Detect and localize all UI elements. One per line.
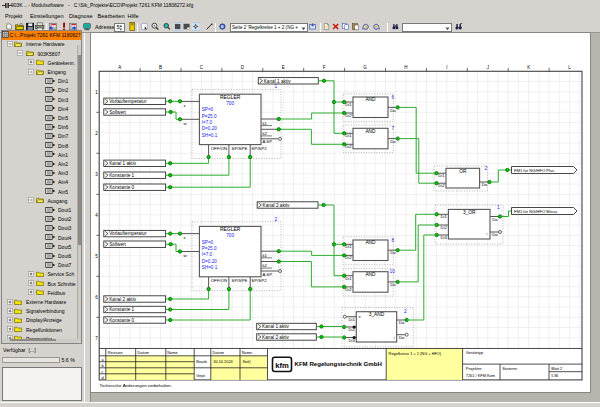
- svg-text:SP/SPE: SP/SPE: [231, 278, 247, 283]
- svg-text:REGLER: REGLER: [220, 94, 241, 100]
- svg-text:Kanal 2 aktiv: Kanal 2 aktiv: [262, 335, 289, 340]
- svg-text:K: K: [527, 65, 530, 70]
- svg-text:Kanal 2 aktiv: Kanal 2 aktiv: [263, 203, 290, 208]
- svg-text:Name: Name: [242, 350, 252, 355]
- svg-text:30.10.2024: 30.10.2024: [213, 359, 233, 364]
- svg-text:Do: Do: [399, 320, 405, 325]
- svg-text:I: I: [446, 65, 447, 70]
- svg-text:Soé|: Soé|: [243, 359, 251, 364]
- svg-text:Bearb.: Bearb.: [196, 359, 207, 364]
- svg-text:Di2: Di2: [441, 225, 448, 230]
- svg-text:Gepr.: Gepr.: [196, 373, 206, 378]
- svg-text:SP=0: SP=0: [202, 107, 214, 112]
- svg-text:SP/SP2: SP/SP2: [251, 278, 267, 283]
- svg-text:2: 2: [404, 309, 407, 314]
- svg-text:Konstante 0: Konstante 0: [109, 318, 134, 323]
- svg-text:E: E: [282, 65, 285, 70]
- svg-text:Blatt 2: Blatt 2: [551, 366, 562, 371]
- svg-text:Di1: Di1: [345, 133, 352, 138]
- svg-text:5 Bl.: 5 Bl.: [551, 373, 559, 378]
- svg-text:REGLER: REGLER: [220, 226, 241, 232]
- svg-text:700: 700: [226, 233, 234, 238]
- svg-text:Di1: Di1: [345, 276, 352, 281]
- svg-text:1: 1: [275, 84, 278, 89]
- svg-text:Technische Änderungen vorbehal: Technische Änderungen vorbehalten.: [100, 383, 173, 388]
- svg-text:Di2: Di2: [438, 183, 445, 188]
- svg-text:Vorlauftemperatur: Vorlauftemperatur: [109, 231, 147, 236]
- svg-text:I=7.0: I=7.0: [202, 252, 213, 257]
- svg-text:Do: Do: [482, 182, 488, 187]
- svg-text:3_AND: 3_AND: [369, 312, 385, 317]
- svg-text:Gerätetyp:: Gerätetyp:: [466, 350, 484, 355]
- svg-text:FM1 für NG/HFO Minus: FM1 für NG/HFO Minus: [514, 209, 557, 214]
- svg-text:AND: AND: [365, 129, 376, 134]
- svg-text:Di2: Di2: [345, 287, 352, 292]
- svg-text:A: A: [118, 65, 121, 70]
- svg-text:b: b: [101, 363, 103, 368]
- svg-text:2: 2: [485, 166, 488, 171]
- svg-text:Do: Do: [390, 250, 396, 255]
- svg-text:c: c: [102, 369, 104, 374]
- svg-text:Di1: Di1: [438, 173, 445, 178]
- svg-text:Kanal 1 aktiv: Kanal 1 aktiv: [264, 79, 291, 84]
- svg-text:D=0.20: D=0.20: [202, 126, 217, 131]
- svg-text:Sollwert: Sollwert: [109, 110, 126, 115]
- svg-text:!: !: [486, 232, 487, 237]
- svg-text:Kanal 1 aktiv: Kanal 1 aktiv: [109, 161, 136, 166]
- svg-text:F: F: [323, 65, 326, 70]
- svg-text:Do: Do: [492, 217, 498, 222]
- svg-text:Revision: Revision: [108, 350, 123, 355]
- svg-text:7261 / KFM Kom: 7261 / KFM Kom: [466, 373, 495, 378]
- svg-text:Sollwert: Sollwert: [109, 242, 126, 247]
- svg-text:SH=0.1: SH=0.1: [202, 265, 218, 270]
- svg-text:Vorlauftemperatur: Vorlauftemperatur: [109, 99, 147, 104]
- svg-text:A.SP: A.SP: [262, 139, 272, 144]
- svg-text:Do: Do: [399, 335, 405, 340]
- svg-text:AND: AND: [365, 240, 376, 245]
- svg-text:AND: AND: [365, 272, 376, 277]
- svg-text:Do: Do: [390, 139, 396, 144]
- svg-text:Projektnr:: Projektnr:: [466, 366, 483, 371]
- svg-text:P=25.0: P=25.0: [202, 246, 217, 251]
- svg-text:Do: Do: [492, 232, 498, 237]
- svg-text:10: 10: [390, 269, 396, 274]
- svg-text:I=7.0: I=7.0: [202, 120, 213, 125]
- svg-text:Di2: Di2: [345, 144, 352, 149]
- svg-text:KFM Regelungstechnik GmbH: KFM Regelungstechnik GmbH: [295, 360, 382, 367]
- svg-text:Di1: Di1: [345, 244, 352, 249]
- svg-text:OFF/ON: OFF/ON: [211, 146, 228, 151]
- svg-text:OR: OR: [459, 169, 467, 174]
- svg-text:k1: k1: [262, 121, 267, 126]
- svg-text:3_OR: 3_OR: [463, 210, 476, 215]
- svg-text:SP/SP2: SP/SP2: [251, 146, 267, 151]
- svg-text:Konstante 0: Konstante 0: [109, 185, 134, 190]
- svg-text:kfm: kfm: [275, 361, 289, 370]
- svg-text:8: 8: [392, 238, 395, 243]
- svg-text:7: 7: [392, 126, 395, 131]
- svg-text:6: 6: [392, 95, 395, 100]
- svg-text:d: d: [101, 375, 103, 380]
- svg-text:k2: k2: [262, 131, 267, 136]
- svg-text:B: B: [159, 65, 162, 70]
- svg-text:2: 2: [275, 217, 278, 222]
- svg-text:Konstante 1: Konstante 1: [109, 173, 134, 178]
- svg-text:H: H: [404, 65, 407, 70]
- svg-text:Datum: Datum: [138, 350, 149, 355]
- svg-text:Kanal 2 aktiv: Kanal 2 aktiv: [109, 297, 136, 302]
- svg-text:!: !: [394, 336, 395, 341]
- svg-text:Di3: Di3: [441, 235, 448, 240]
- svg-text:P=25.0: P=25.0: [202, 114, 217, 119]
- svg-text:Datum: Datum: [213, 350, 224, 355]
- svg-text:k1: k1: [262, 253, 267, 258]
- svg-text:G: G: [363, 65, 367, 70]
- svg-text:AND: AND: [365, 97, 376, 102]
- svg-text:SH=0.1: SH=0.1: [202, 133, 218, 138]
- svg-text:Seriennr:: Seriennr:: [502, 366, 518, 371]
- svg-text:Regelkreise 1 + 2 (NG + HFO): Regelkreise 1 + 2 (NG + HFO): [389, 351, 442, 356]
- svg-text:J: J: [487, 65, 489, 70]
- svg-text:A.SP: A.SP: [262, 272, 272, 277]
- svg-text:1: 1: [497, 205, 500, 210]
- svg-text:D=0.20: D=0.20: [202, 259, 217, 264]
- svg-text:700: 700: [226, 101, 234, 106]
- svg-text:Di2: Di2: [345, 113, 352, 118]
